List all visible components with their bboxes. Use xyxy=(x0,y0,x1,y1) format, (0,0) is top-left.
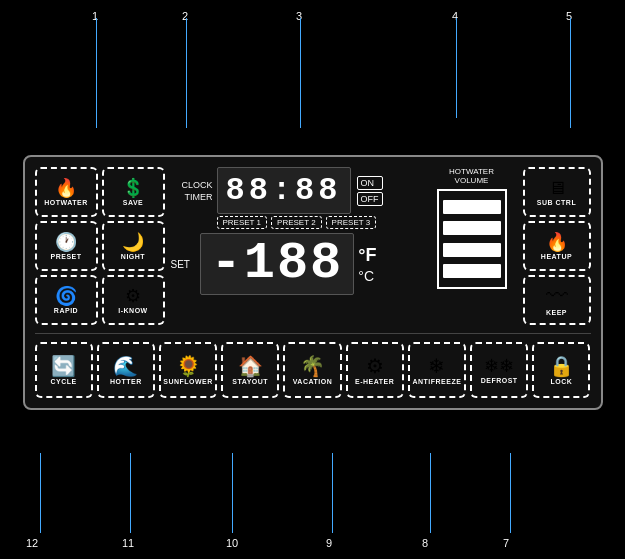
iknow-button[interactable]: ⚙ I-KNOW xyxy=(102,275,165,325)
save-button[interactable]: 💲 SAVE xyxy=(102,167,165,217)
stayout-button[interactable]: 🏠 STAYOUT xyxy=(221,342,279,398)
preset-icon: 🕐 xyxy=(55,233,77,251)
rapid-label: RAPID xyxy=(54,307,78,314)
ref-num-11: 11 xyxy=(122,537,134,549)
night-icon: 🌙 xyxy=(122,233,144,251)
stayout-icon: 🏠 xyxy=(238,356,263,376)
center-display: CLOCK TIMER 88:88 ON OFF PRESET 1 PRESET… xyxy=(171,167,421,325)
ref-num-1: 1 xyxy=(92,10,98,22)
save-label: SAVE xyxy=(123,199,144,206)
lock-label: LOCK xyxy=(550,378,572,385)
preset3-button[interactable]: PRESET 3 xyxy=(326,216,377,229)
keep-label: KEEP xyxy=(546,309,567,316)
hotwater-button[interactable]: 🔥 HOTWATER xyxy=(35,167,98,217)
left-buttons: 🔥 HOTWATER 💲 SAVE 🕐 PRESET 🌙 NIGHT 🌀 xyxy=(35,167,165,325)
defrost-icon: ❄❄ xyxy=(484,357,514,375)
subctr-label: SUB CTRL xyxy=(537,199,576,206)
defrost-button[interactable]: ❄❄ DEFROST xyxy=(470,342,528,398)
panel: 🔥 HOTWATER 💲 SAVE 🕐 PRESET 🌙 NIGHT 🌀 xyxy=(23,155,603,410)
clock-label: CLOCK xyxy=(171,180,213,190)
on-off-column: ON OFF xyxy=(357,176,383,206)
preset2-button[interactable]: PRESET 2 xyxy=(271,216,322,229)
cycle-icon: 🔄 xyxy=(51,356,76,376)
volume-bar-3 xyxy=(443,243,501,257)
save-icon: 💲 xyxy=(122,179,144,197)
sunflower-button[interactable]: 🌻 SUNFLOWER xyxy=(159,342,217,398)
stayout-label: STAYOUT xyxy=(232,378,268,385)
ref-num-5: 5 xyxy=(566,10,572,22)
lock-icon: 🔒 xyxy=(549,356,574,376)
antifreeze-icon: ❄ xyxy=(428,356,445,376)
unit-column: °F °C xyxy=(358,245,376,284)
subctr-icon: 🖥 xyxy=(548,179,566,197)
off-button[interactable]: OFF xyxy=(357,192,383,206)
heatup-button[interactable]: 🔥 HEATUP xyxy=(523,221,591,271)
hotter-label: HOTTER xyxy=(110,378,142,385)
fahrenheit-unit: °F xyxy=(358,245,376,266)
ref-num-10: 10 xyxy=(226,537,238,549)
ref-num-2: 2 xyxy=(182,10,188,22)
on-button[interactable]: ON xyxy=(357,176,383,190)
ref-num-9: 9 xyxy=(326,537,332,549)
night-label: NIGHT xyxy=(121,253,145,260)
right-section: HOTWATERVOLUME 🖥 SUB CTRL 🔥 xyxy=(427,167,591,325)
sunflower-icon: 🌻 xyxy=(176,356,201,376)
celsius-unit: °C xyxy=(358,268,374,284)
ref-num-3: 3 xyxy=(296,10,302,22)
timer-label: TIMER xyxy=(171,192,213,202)
ref-num-4: 4 xyxy=(452,10,458,22)
temp-display-row: SET -188 °F °C xyxy=(171,233,421,295)
rapid-icon: 🌀 xyxy=(55,287,77,305)
vacation-icon: 🌴 xyxy=(300,356,325,376)
hotter-button[interactable]: 🌊 HOTTER xyxy=(97,342,155,398)
vacation-label: VACATION xyxy=(293,378,333,385)
preset-row: PRESET 1 PRESET 2 PRESET 3 xyxy=(171,216,421,229)
defrost-label: DEFROST xyxy=(481,377,518,384)
rapid-button[interactable]: 🌀 RAPID xyxy=(35,275,98,325)
cycle-label: CYCLE xyxy=(50,378,76,385)
preset-label: PRESET xyxy=(50,253,81,260)
night-button[interactable]: 🌙 NIGHT xyxy=(102,221,165,271)
preset-button[interactable]: 🕐 PRESET xyxy=(35,221,98,271)
subctr-button[interactable]: 🖥 SUB CTRL xyxy=(523,167,591,217)
volume-bar-2 xyxy=(443,221,501,235)
hotwater-label: HOTWATER xyxy=(44,199,88,206)
temperature-display: -188 xyxy=(200,233,355,295)
bottom-row: 🔄 CYCLE 🌊 HOTTER 🌻 SUNFLOWER 🏠 STAYOUT 🌴… xyxy=(35,333,591,398)
main-container: 1 2 3 4 5 12 11 10 9 8 7 🔥 HOTWATER xyxy=(0,0,625,559)
heatup-icon: 🔥 xyxy=(546,233,568,251)
ref-num-8: 8 xyxy=(422,537,428,549)
hotwater-icon: 🔥 xyxy=(55,179,77,197)
right-buttons: 🖥 SUB CTRL 🔥 HEATUP 〰 KEEP xyxy=(523,167,591,325)
antifreeze-label: ANTIFREEZE xyxy=(412,378,461,385)
cycle-button[interactable]: 🔄 CYCLE xyxy=(35,342,93,398)
hotwater-volume-area: HOTWATERVOLUME xyxy=(427,167,517,325)
preset1-button[interactable]: PRESET 1 xyxy=(217,216,268,229)
hotwater-volume-label: HOTWATERVOLUME xyxy=(449,167,494,185)
eheater-button[interactable]: ⚙ E-HEATER xyxy=(346,342,404,398)
hotter-icon: 🌊 xyxy=(113,356,138,376)
lock-button[interactable]: 🔒 LOCK xyxy=(532,342,590,398)
clock-display: 88:88 xyxy=(217,167,351,214)
volume-bar-4 xyxy=(443,264,501,278)
eheater-label: E-HEATER xyxy=(355,378,394,385)
ref-num-12: 12 xyxy=(26,537,38,549)
top-section: 🔥 HOTWATER 💲 SAVE 🕐 PRESET 🌙 NIGHT 🌀 xyxy=(35,167,591,325)
set-label: SET xyxy=(171,259,196,270)
volume-bar-1 xyxy=(443,200,501,214)
iknow-icon: ⚙ xyxy=(125,287,141,305)
clock-row: CLOCK TIMER 88:88 ON OFF xyxy=(171,167,421,214)
heatup-label: HEATUP xyxy=(541,253,572,260)
sunflower-label: SUNFLOWER xyxy=(163,378,213,385)
iknow-label: I-KNOW xyxy=(118,307,147,314)
keep-icon: 〰 xyxy=(546,285,568,307)
antifreeze-button[interactable]: ❄ ANTIFREEZE xyxy=(408,342,466,398)
keep-button[interactable]: 〰 KEEP xyxy=(523,275,591,325)
vacation-button[interactable]: 🌴 VACATION xyxy=(283,342,341,398)
volume-bars xyxy=(437,189,507,289)
eheater-icon: ⚙ xyxy=(366,356,384,376)
ref-num-7: 7 xyxy=(503,537,509,549)
